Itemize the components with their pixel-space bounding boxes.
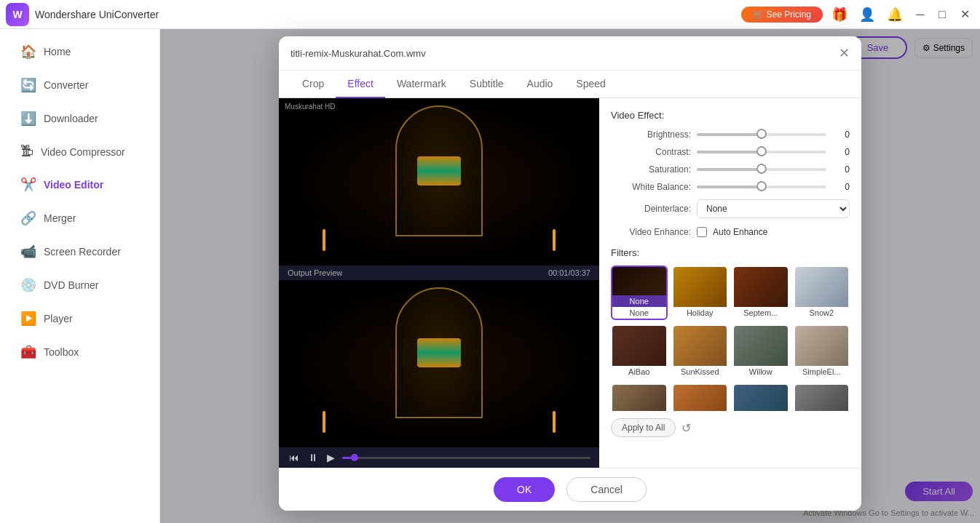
tab-effect[interactable]: Effect bbox=[336, 71, 385, 98]
prev-frame-button[interactable]: ⏮ bbox=[288, 450, 301, 465]
progress-bar[interactable] bbox=[342, 457, 590, 459]
filter-thumb-snow2 bbox=[795, 267, 849, 307]
see-pricing-button[interactable]: 🛒 See Pricing bbox=[741, 7, 823, 23]
sidebar-item-player[interactable]: ▶️ Player bbox=[6, 303, 154, 334]
contrast-thumb[interactable] bbox=[756, 146, 767, 156]
brightness-row: Brightness: 0 bbox=[611, 129, 850, 140]
sidebar-item-downloader[interactable]: ⬇️ Downloader bbox=[6, 103, 154, 134]
filter-name-holiday: Holiday bbox=[687, 307, 714, 319]
dialog-tabs: Crop Effect Watermark Subtitle Audio Spe… bbox=[279, 71, 861, 98]
converter-icon: 🔄 bbox=[20, 77, 36, 93]
sidebar-label-video-compressor: Video Compressor bbox=[41, 146, 125, 158]
pricing-label: See Pricing bbox=[767, 9, 811, 20]
contrast-slider[interactable] bbox=[697, 151, 826, 153]
sidebar-item-video-compressor[interactable]: 🗜 Video Compressor bbox=[6, 137, 154, 167]
tab-audio[interactable]: Audio bbox=[515, 71, 565, 98]
filters-title: Filters: bbox=[611, 247, 850, 258]
close-button[interactable]: ✕ bbox=[956, 7, 974, 21]
filter-glow[interactable]: Glow bbox=[672, 383, 729, 411]
sidebar-label-toolbox: Toolbox bbox=[44, 346, 79, 358]
tab-speed[interactable]: Speed bbox=[564, 71, 617, 98]
white-balance-value: 0 bbox=[832, 182, 850, 192]
filter-none[interactable]: None None bbox=[611, 266, 668, 320]
sidebar-item-screen-recorder[interactable]: 📹 Screen Recorder bbox=[6, 236, 154, 267]
sidebar-item-merger[interactable]: 🔗 Merger bbox=[6, 203, 154, 233]
sidebar-label-screen-recorder: Screen Recorder bbox=[44, 246, 121, 257]
play-button[interactable]: ▶ bbox=[325, 450, 336, 465]
garland-2 bbox=[417, 338, 461, 367]
tab-subtitle[interactable]: Subtitle bbox=[458, 71, 515, 98]
brightness-label: Brightness: bbox=[611, 129, 691, 140]
filter-bwnoise[interactable]: BW_Noise bbox=[794, 383, 850, 411]
compressor-icon: 🗜 bbox=[20, 144, 33, 159]
apply-to-all-button[interactable]: Apply to All bbox=[611, 418, 676, 437]
main-area: 1280*720 Save ⚙ Settings Start All Activ… bbox=[160, 29, 980, 523]
filter-sunkissed[interactable]: SunKissed bbox=[672, 324, 729, 379]
filter-name-none: None bbox=[630, 307, 649, 319]
sidebar-item-dvd-burner[interactable]: 💿 DVD Burner bbox=[6, 270, 154, 300]
candle-right bbox=[553, 229, 556, 251]
effect-panel: Video Effect: Brightness: 0 Contrast: bbox=[599, 98, 861, 468]
filter-retro[interactable]: Retro bbox=[611, 383, 668, 411]
sidebar-label-converter: Converter bbox=[44, 79, 88, 91]
filter-holiday[interactable]: Holiday bbox=[672, 266, 729, 320]
gift-icon[interactable]: 🎁 bbox=[831, 7, 847, 23]
saturation-slider[interactable] bbox=[697, 168, 826, 171]
refresh-button[interactable]: ↺ bbox=[681, 421, 691, 435]
saturation-thumb[interactable] bbox=[756, 164, 767, 174]
sidebar-item-converter[interactable]: 🔄 Converter bbox=[6, 70, 154, 100]
auto-enhance-checkbox[interactable] bbox=[697, 227, 707, 237]
contrast-row: Contrast: 0 bbox=[611, 147, 850, 157]
filter-septem[interactable]: Septem... bbox=[732, 266, 789, 320]
tab-effect-label: Effect bbox=[347, 78, 374, 89]
filter-name-sunkissed: SunKissed bbox=[681, 366, 719, 378]
filter-snow2[interactable]: Snow2 bbox=[794, 266, 850, 320]
dvd-burner-icon: 💿 bbox=[20, 277, 36, 293]
progress-dot bbox=[351, 454, 358, 461]
logo-text: W bbox=[12, 9, 22, 20]
deinterlace-select[interactable]: None Linear Complex Blend bbox=[697, 199, 850, 218]
ok-button[interactable]: OK bbox=[494, 477, 555, 502]
temple-image: Muskurahat HD bbox=[279, 98, 599, 266]
dialog-header: titli-remix-Muskurahat.Com.wmv ✕ bbox=[279, 36, 861, 71]
tab-crop-label: Crop bbox=[302, 78, 324, 89]
sidebar-label-downloader: Downloader bbox=[44, 113, 98, 124]
filter-raindrop[interactable]: RainDrop bbox=[732, 383, 789, 411]
bell-icon[interactable]: 🔔 bbox=[887, 7, 903, 23]
white-balance-row: White Balance: 0 bbox=[611, 182, 850, 192]
tab-watermark[interactable]: Watermark bbox=[385, 71, 458, 98]
output-preview-label: Output Preview bbox=[288, 268, 342, 277]
pause-button[interactable]: ⏸ bbox=[307, 450, 320, 465]
effect-dialog: titli-remix-Muskurahat.Com.wmv ✕ Crop Ef… bbox=[279, 36, 861, 511]
brightness-slider[interactable] bbox=[697, 133, 826, 136]
titlebar-actions: 🛒 See Pricing 🎁 👤 🔔 ─ □ ✕ bbox=[741, 7, 974, 23]
cancel-button[interactable]: Cancel bbox=[566, 477, 647, 502]
sidebar-item-toolbox[interactable]: 🧰 Toolbox bbox=[6, 337, 154, 367]
tab-crop[interactable]: Crop bbox=[291, 71, 336, 98]
maximize-button[interactable]: □ bbox=[934, 8, 950, 21]
video-effect-title: Video Effect: bbox=[611, 110, 850, 121]
saturation-fill bbox=[697, 168, 762, 171]
candle-left-2 bbox=[323, 411, 325, 433]
contrast-value: 0 bbox=[832, 147, 850, 157]
editor-icon: ✂️ bbox=[20, 177, 36, 193]
user-icon[interactable]: 👤 bbox=[859, 7, 875, 23]
dialog-close-button[interactable]: ✕ bbox=[839, 45, 850, 61]
filter-willow[interactable]: Willow bbox=[732, 324, 789, 379]
filter-name-willow: Willow bbox=[749, 366, 772, 378]
sidebar-label-home: Home bbox=[44, 46, 71, 57]
sidebar-item-home[interactable]: 🏠 Home bbox=[6, 36, 154, 67]
sidebar-item-video-editor[interactable]: ✂️ Video Editor bbox=[6, 169, 154, 200]
deinterlace-label: Deinterlace: bbox=[611, 204, 691, 214]
filter-aibao[interactable]: AiBao bbox=[611, 324, 668, 379]
garland bbox=[417, 156, 461, 185]
white-balance-slider[interactable] bbox=[697, 185, 826, 188]
auto-enhance-label: Auto Enhance bbox=[713, 227, 767, 237]
brightness-thumb[interactable] bbox=[756, 129, 767, 139]
filter-name-snow2: Snow2 bbox=[809, 307, 834, 319]
white-balance-thumb[interactable] bbox=[756, 181, 767, 191]
minimize-button[interactable]: ─ bbox=[912, 8, 928, 21]
downloader-icon: ⬇️ bbox=[20, 111, 36, 127]
filter-simpleel[interactable]: SimpleEl... bbox=[794, 324, 850, 379]
saturation-label: Saturation: bbox=[611, 164, 691, 175]
